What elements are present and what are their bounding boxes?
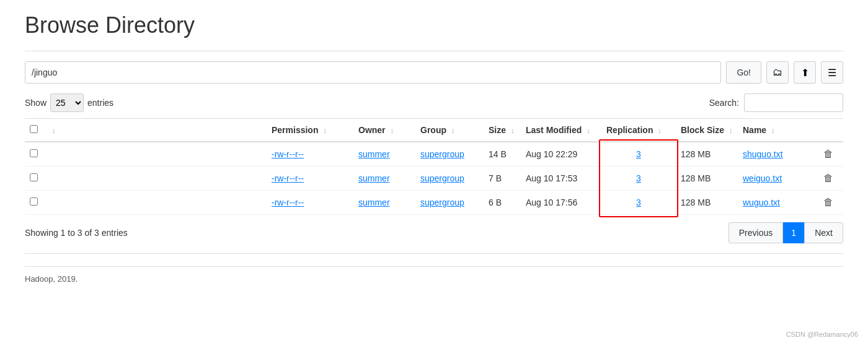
row-last-modified: Aug 10 17:56 xyxy=(521,191,601,215)
header-action xyxy=(818,119,843,142)
header-last-modified[interactable]: Last Modified ↕ xyxy=(521,119,601,142)
header-group[interactable]: Group ↕ xyxy=(415,119,484,142)
row-permission[interactable]: -rw-r--r-- xyxy=(267,167,353,191)
search-area: Search: xyxy=(709,93,843,112)
row-group[interactable]: supergroup xyxy=(415,167,484,191)
row-block-size: 128 MB xyxy=(676,142,738,167)
select-all-checkbox[interactable] xyxy=(30,125,38,133)
table-container: ↕ Permission ↕ Owner ↕ Group ↕ Size ↕ xyxy=(25,118,843,215)
sort-lastmod-icon: ↕ xyxy=(587,127,590,134)
sort-all-icon: ↕ xyxy=(52,127,56,134)
page-title: Browse Directory xyxy=(25,12,843,38)
row-block-size: 128 MB xyxy=(676,191,738,215)
row-last-modified: Aug 10 22:29 xyxy=(521,142,601,167)
row-size: 7 B xyxy=(484,167,521,191)
row-owner[interactable]: summer xyxy=(353,191,415,215)
row-group[interactable]: supergroup xyxy=(415,191,484,215)
path-input[interactable] xyxy=(25,61,721,84)
row-last-modified: Aug 10 17:53 xyxy=(521,167,601,191)
row-checkbox-cell[interactable] xyxy=(25,191,45,215)
table-header-row: ↕ Permission ↕ Owner ↕ Group ↕ Size ↕ xyxy=(25,119,843,142)
row-name[interactable]: weiguo.txt xyxy=(738,167,818,191)
row-checkbox[interactable] xyxy=(30,198,38,206)
footer-divider xyxy=(25,253,843,254)
header-size[interactable]: Size ↕ xyxy=(484,119,521,142)
row-index-cell xyxy=(45,167,267,191)
list-icon: ☰ xyxy=(828,67,836,79)
footer-text: Hadoop, 2019. xyxy=(25,274,78,284)
table-row: -rw-r--r-- summer supergroup 7 B Aug 10 … xyxy=(25,167,843,191)
sort-group-icon: ↕ xyxy=(451,127,455,134)
entries-select[interactable]: 10 25 50 100 xyxy=(50,93,84,112)
row-size: 14 B xyxy=(484,142,521,167)
page-number-1[interactable]: 1 xyxy=(783,222,804,243)
show-entries: Show 10 25 50 100 entries xyxy=(25,93,113,112)
footer-bar: Hadoop, 2019. xyxy=(25,266,843,284)
entries-label: entries xyxy=(87,98,113,108)
sort-replication-icon: ↕ xyxy=(658,127,662,134)
search-label: Search: xyxy=(709,98,739,108)
row-delete-cell[interactable]: 🗑 xyxy=(818,142,843,167)
table-controls: Show 10 25 50 100 entries Search: xyxy=(25,93,843,112)
brand-watermark: CSDN @Redamancy06 xyxy=(786,331,858,338)
row-checkbox-cell[interactable] xyxy=(25,167,45,191)
row-delete-cell[interactable]: 🗑 xyxy=(818,191,843,215)
row-permission[interactable]: -rw-r--r-- xyxy=(267,142,353,167)
pagination: Previous 1 Next xyxy=(728,222,843,243)
title-divider xyxy=(25,51,843,51)
upload-icon-button[interactable]: ⬆ xyxy=(794,61,816,84)
row-replication[interactable]: 3 xyxy=(601,142,676,167)
sort-permission-icon: ↕ xyxy=(323,127,327,134)
showing-text: Showing 1 to 3 of 3 entries xyxy=(25,228,128,238)
table-footer: Showing 1 to 3 of 3 entries Previous 1 N… xyxy=(25,222,843,243)
row-index-cell xyxy=(45,191,267,215)
files-table: ↕ Permission ↕ Owner ↕ Group ↕ Size ↕ xyxy=(25,118,843,215)
header-replication[interactable]: Replication ↕ xyxy=(601,119,676,142)
table-body: -rw-r--r-- summer supergroup 14 B Aug 10… xyxy=(25,142,843,215)
header-name[interactable]: Name ↕ xyxy=(738,119,818,142)
row-checkbox[interactable] xyxy=(30,173,38,181)
header-owner[interactable]: Owner ↕ xyxy=(353,119,415,142)
next-button[interactable]: Next xyxy=(804,222,843,243)
previous-button[interactable]: Previous xyxy=(728,222,783,243)
sort-blocksize-icon: ↕ xyxy=(729,127,733,134)
row-index-cell xyxy=(45,142,267,167)
row-replication[interactable]: 3 xyxy=(601,167,676,191)
list-icon-button[interactable]: ☰ xyxy=(821,61,843,84)
header-block-size[interactable]: Block Size ↕ xyxy=(676,119,738,142)
row-owner[interactable]: summer xyxy=(353,142,415,167)
row-owner[interactable]: summer xyxy=(353,167,415,191)
row-name[interactable]: wuguo.txt xyxy=(738,191,818,215)
header-checkbox[interactable] xyxy=(25,119,45,142)
folder-icon: 🗂 xyxy=(773,67,782,78)
row-group[interactable]: supergroup xyxy=(415,142,484,167)
delete-icon[interactable]: 🗑 xyxy=(823,149,833,159)
row-block-size: 128 MB xyxy=(676,167,738,191)
folder-icon-button[interactable]: 🗂 xyxy=(766,61,789,84)
go-button[interactable]: Go! xyxy=(726,61,761,84)
row-checkbox[interactable] xyxy=(30,149,38,157)
row-size: 6 B xyxy=(484,191,521,215)
path-bar: Go! 🗂 ⬆ ☰ xyxy=(25,61,843,84)
header-sort-all[interactable]: ↕ xyxy=(45,119,267,142)
delete-icon[interactable]: 🗑 xyxy=(823,197,833,207)
upload-icon: ⬆ xyxy=(801,67,809,79)
row-name[interactable]: shuguo.txt xyxy=(738,142,818,167)
search-input[interactable] xyxy=(744,93,843,112)
row-checkbox-cell[interactable] xyxy=(25,142,45,167)
row-permission[interactable]: -rw-r--r-- xyxy=(267,191,353,215)
table-row: -rw-r--r-- summer supergroup 14 B Aug 10… xyxy=(25,142,843,167)
sort-name-icon: ↕ xyxy=(771,127,775,134)
row-replication[interactable]: 3 xyxy=(601,191,676,215)
row-delete-cell[interactable]: 🗑 xyxy=(818,167,843,191)
sort-owner-icon: ↕ xyxy=(390,127,394,134)
sort-size-icon: ↕ xyxy=(511,127,515,134)
table-row: -rw-r--r-- summer supergroup 6 B Aug 10 … xyxy=(25,191,843,215)
delete-icon[interactable]: 🗑 xyxy=(823,173,833,183)
show-label: Show xyxy=(25,98,46,108)
header-permission[interactable]: Permission ↕ xyxy=(267,119,353,142)
